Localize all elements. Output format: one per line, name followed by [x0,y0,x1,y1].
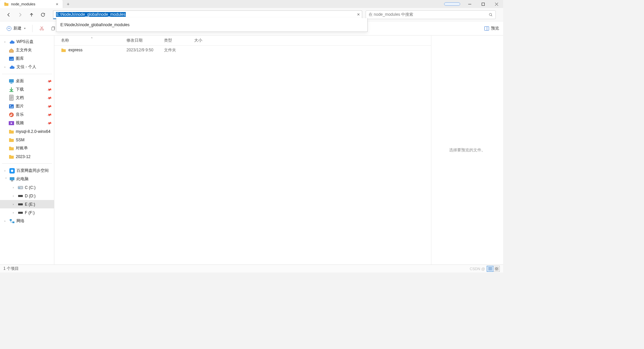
preview-icon [484,26,489,31]
sidebar-item-2023-12[interactable]: 2023-12 [0,152,54,161]
address-bar[interactable]: E:\NodeJs\node_global\node_modules ✕ [53,10,362,19]
sidebar-item-label: 主文件夹 [16,47,32,53]
folder-icon [9,146,14,151]
chevron-down-icon: ▾ [24,27,25,30]
collapse-icon[interactable]: › [4,178,8,181]
sidebar-item-duizhangdan[interactable]: 对账单 [0,144,54,152]
expand-icon[interactable]: › [4,65,8,69]
sidebar-item-label: mysql-8.2.0-winx64 [16,129,50,134]
sidebar-item-label: 图库 [16,56,24,61]
forward-button[interactable] [15,9,25,20]
sidebar-item-label: D (D:) [25,194,36,198]
up-button[interactable] [26,9,37,20]
sidebar-item-label: 网络 [16,218,24,224]
sidebar-item-desktop[interactable]: 桌面📌 [0,77,54,85]
svg-rect-19 [18,188,20,188]
sidebar-item-mysql[interactable]: mysql-8.2.0-winx64 [0,127,54,136]
svg-rect-5 [484,27,489,30]
svg-point-11 [10,105,11,106]
sidebar-item-drive-f[interactable]: ›F (F:) [0,208,54,217]
sort-asc-icon: ⌃ [91,37,93,40]
separator [32,25,33,32]
sidebar-item-baidu-sync[interactable]: ›百度网盘同步空间 [0,166,54,175]
svg-rect-16 [10,177,14,180]
sidebar-item-downloads[interactable]: 下载📌 [0,85,54,94]
column-name[interactable]: 名称⌃ [61,38,126,43]
drive-icon [18,210,23,215]
svg-rect-7 [9,79,14,83]
svg-rect-10 [9,104,14,108]
expand-icon[interactable]: › [4,219,8,223]
sidebar-item-music[interactable]: 音乐📌 [0,110,54,119]
expand-icon[interactable]: › [13,194,16,198]
cut-button[interactable] [37,23,47,34]
icons-view-button[interactable] [493,266,500,272]
file-type: 文件夹 [164,47,194,53]
svg-point-3 [42,29,44,30]
column-type[interactable]: 类型 [164,38,194,43]
column-date[interactable]: 修改日期 [126,38,164,43]
sidebar-item-home[interactable]: 主文件夹 [0,46,54,54]
expand-icon[interactable]: › [4,40,8,44]
folder-icon [61,48,66,52]
folder-icon [9,154,14,159]
window-minimize-button[interactable] [463,0,476,8]
music-icon [9,112,14,117]
svg-rect-8 [10,83,12,84]
expand-icon[interactable]: › [13,186,16,189]
sidebar-item-label: 音乐 [16,112,24,117]
sidebar-item-drive-e[interactable]: ›E (E:) [0,200,54,208]
download-icon [9,87,14,92]
search-input[interactable]: 在 node_modules 中搜索 [366,10,496,19]
sidebar-item-drive-c[interactable]: ›C (C:) [0,183,54,192]
new-tab-button[interactable]: + [63,0,73,8]
file-name: express [68,48,83,52]
sidebar-item-documents[interactable]: 文档📌 [0,94,54,102]
svg-rect-21 [18,203,23,205]
sidebar-item-ssm[interactable]: SSM [0,136,54,144]
window-close-button[interactable] [490,0,503,8]
expand-icon[interactable]: › [4,169,8,172]
tab-node-modules[interactable]: node_modules ✕ [0,0,63,8]
sidebar: ›WPS云盘 主文件夹 图库 ›文佳 - 个人 桌面📌 下载📌 文档📌 图片📌 … [0,36,54,264]
title-pill [444,2,460,6]
baidu-icon [9,168,15,173]
sidebar-item-drive-d[interactable]: ›D (D:) [0,192,54,200]
details-view-button[interactable] [487,266,493,272]
column-size[interactable]: 大小 [194,38,214,43]
preview-empty-text: 选择要预览的文件。 [449,147,485,153]
item-count: 1 个项目 [3,266,19,271]
refresh-button[interactable] [38,9,48,20]
search-icon [489,13,493,17]
expand-icon[interactable]: › [13,211,16,214]
window-maximize-button[interactable] [476,0,490,8]
new-button[interactable]: + 新建 ▾ [4,24,28,33]
sidebar-item-network[interactable]: ›网络 [0,217,54,225]
close-tab-button[interactable]: ✕ [55,2,59,6]
sidebar-item-personal[interactable]: ›文佳 - 个人 [0,63,54,71]
sidebar-item-this-pc[interactable]: ›此电脑 [0,175,54,183]
address-suggestion-item[interactable]: E:\NodeJs\node_global\node_modules [56,21,367,29]
pin-icon: 📌 [47,95,52,101]
preview-toggle-button[interactable]: 预览 [484,26,499,31]
sidebar-item-label: 下载 [16,87,24,92]
desktop-icon [9,79,14,84]
expand-icon[interactable]: › [13,203,16,206]
sidebar-item-label: 此电脑 [16,176,29,182]
sidebar-divider [2,163,52,164]
pin-icon: 📌 [47,79,52,84]
back-button[interactable] [3,9,14,20]
address-clear-button[interactable]: ✕ [357,12,360,17]
sidebar-item-gallery[interactable]: 图库 [0,54,54,63]
sidebar-divider [2,74,52,74]
sidebar-item-label: 百度网盘同步空间 [16,168,49,173]
sidebar-item-wps-cloud[interactable]: ›WPS云盘 [0,38,54,46]
sidebar-item-videos[interactable]: 视频📌 [0,119,54,127]
svg-point-15 [11,169,13,172]
sidebar-item-label: WPS云盘 [16,39,34,45]
sidebar-item-label: 文佳 - 个人 [16,64,36,70]
watermark-text: CSDN @ [470,267,485,271]
cloud-icon [9,64,15,70]
file-row[interactable]: express 2023/12/9 9:50 文件夹 [54,46,431,54]
sidebar-item-pictures[interactable]: 图片📌 [0,102,54,110]
